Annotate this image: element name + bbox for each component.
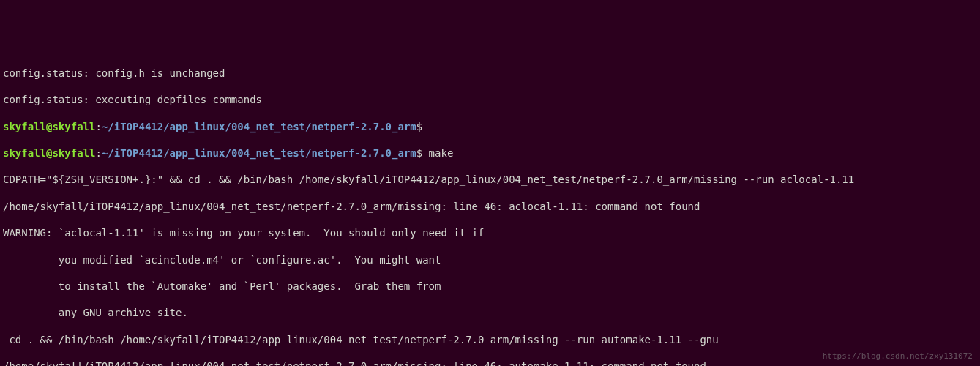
output-line: /home/skyfall/iTOP4412/app_linux/004_net… bbox=[3, 200, 977, 213]
output-line: cd . && /bin/bash /home/skyfall/iTOP4412… bbox=[3, 333, 977, 346]
user-host: skyfall@skyfall bbox=[3, 121, 95, 132]
prompt-line[interactable]: skyfall@skyfall:~/iTOP4412/app_linux/004… bbox=[3, 146, 977, 160]
output-line: WARNING: `aclocal-1.11' is missing on yo… bbox=[3, 226, 977, 239]
dollar: $ bbox=[416, 147, 422, 159]
dollar: $ bbox=[416, 121, 422, 132]
terminal-window[interactable]: config.status: config.h is unchanged con… bbox=[0, 53, 980, 366]
output-line: config.status: executing depfiles comman… bbox=[3, 93, 977, 106]
command-input[interactable]: make bbox=[422, 147, 453, 159]
watermark: https://blog.csdn.net/zxy131072 bbox=[823, 351, 973, 362]
user-host: skyfall@skyfall bbox=[3, 147, 95, 159]
colon: : bbox=[95, 121, 101, 132]
prompt-line[interactable]: skyfall@skyfall:~/iTOP4412/app_linux/004… bbox=[3, 120, 977, 133]
colon: : bbox=[95, 147, 101, 159]
path: ~/iTOP4412/app_linux/004_net_test/netper… bbox=[102, 147, 416, 159]
output-line: any GNU archive site. bbox=[3, 306, 977, 319]
output-line: config.status: config.h is unchanged bbox=[3, 67, 977, 80]
output-line: CDPATH="${ZSH_VERSION+.}:" && cd . && /b… bbox=[3, 173, 977, 186]
path: ~/iTOP4412/app_linux/004_net_test/netper… bbox=[102, 121, 416, 132]
output-line: to install the `Automake' and `Perl' pac… bbox=[3, 280, 977, 293]
output-line: you modified `acinclude.m4' or `configur… bbox=[3, 253, 977, 266]
